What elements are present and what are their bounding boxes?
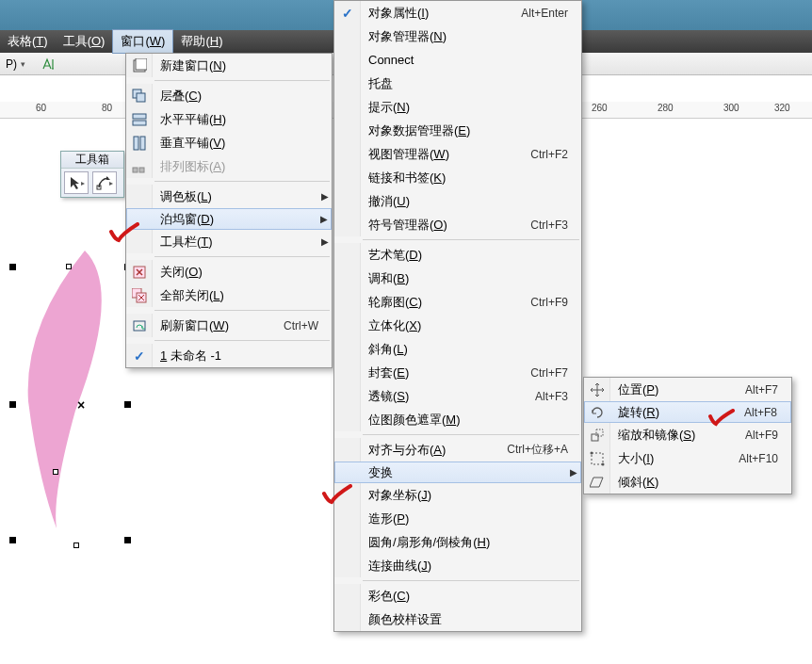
ruler-tick: 80: [102, 103, 112, 113]
selection-handle[interactable]: [124, 401, 131, 408]
pick-tool[interactable]: ▸: [64, 171, 89, 194]
menubar-item[interactable]: 表格(T): [0, 30, 56, 53]
selection-handle[interactable]: [124, 537, 131, 543]
blank-icon: [334, 213, 361, 236]
svg-rect-6: [133, 121, 146, 125]
menu-item[interactable]: 彩色(C): [334, 584, 581, 607]
blank-icon: [334, 507, 361, 530]
menu-item[interactable]: 立体化(X): [334, 314, 581, 337]
selected-shape[interactable]: [19, 251, 122, 533]
selection-handle[interactable]: [9, 537, 16, 543]
menu-item[interactable]: 透镜(S)Alt+F3: [334, 384, 581, 408]
blank-icon: [334, 189, 361, 213]
menu-item[interactable]: 艺术笔(D): [334, 243, 581, 267]
menu-item[interactable]: 全部关闭(L): [126, 283, 332, 307]
menu-item[interactable]: 调和(B): [334, 267, 581, 290]
menu-item[interactable]: 连接曲线(J): [334, 554, 581, 577]
menu-item[interactable]: 变换▶: [334, 462, 581, 483]
menu-item[interactable]: 托盘: [334, 72, 581, 95]
menu-item[interactable]: 层叠(C): [126, 84, 332, 107]
blank-icon: [127, 209, 153, 229]
menu-item[interactable]: 造形(P): [334, 507, 581, 530]
menu-item[interactable]: 对象管理器(N): [334, 24, 581, 48]
menu-item[interactable]: 关闭(O): [126, 260, 332, 283]
svg-rect-2: [136, 58, 147, 70]
menu-item-label: 颜色校样设置: [361, 611, 568, 628]
shape-tool[interactable]: ▸: [92, 171, 117, 194]
menu-item-label: 层叠(C): [153, 88, 318, 105]
menu-item[interactable]: 位置(P)Alt+F7: [584, 378, 791, 401]
blank-icon: [334, 267, 361, 290]
window-menu: 新建窗口(N)层叠(C)水平平铺(H)垂直平铺(V)排列图标(A)调色板(L)▶…: [125, 53, 333, 368]
menu-item-label: 关闭(O): [153, 264, 318, 281]
selection-handle[interactable]: [9, 264, 16, 270]
selection-handle[interactable]: [9, 401, 16, 408]
submenu-arrow-icon: ▶: [567, 467, 580, 478]
rotate-icon: [585, 402, 610, 422]
menu-item[interactable]: 颜色校样设置: [334, 607, 581, 631]
menu-item[interactable]: 提示(N): [334, 95, 581, 119]
dropdown-arrow-icon[interactable]: ▾: [21, 59, 25, 69]
svg-point-18: [590, 451, 593, 454]
menu-item-label: 旋转(R): [610, 404, 744, 421]
menu-item[interactable]: 轮廓图(C)Ctrl+F9: [334, 290, 581, 314]
toolbox-title[interactable]: 工具箱: [61, 152, 123, 169]
menu-item[interactable]: 大小(I)Alt+F10: [584, 446, 791, 470]
blank-icon: [334, 337, 361, 361]
menu-item[interactable]: 位图颜色遮罩(M): [334, 408, 581, 431]
menu-item[interactable]: 缩放和镜像(S)Alt+F9: [584, 423, 791, 446]
menu-item[interactable]: 垂直平铺(V): [126, 131, 332, 154]
menu-item[interactable]: 对象坐标(J): [334, 483, 581, 507]
menu-shortcut: Ctrl+F9: [530, 296, 581, 309]
menu-shortcut: Alt+F8: [744, 406, 790, 419]
selection-handle[interactable]: [73, 543, 79, 548]
menu-item-label: 视图管理器(W): [361, 146, 530, 163]
menu-item[interactable]: 链接和书签(K): [334, 166, 581, 189]
blank-icon: [334, 243, 361, 267]
menu-item[interactable]: 符号管理器(O)Ctrl+F3: [334, 213, 581, 236]
menu-item[interactable]: 视图管理器(W)Ctrl+F2: [334, 142, 581, 166]
menu-item[interactable]: Connect: [334, 48, 581, 72]
menubar-item[interactable]: 窗口(W): [112, 29, 173, 54]
toolbar-dropdown-label[interactable]: P): [6, 57, 17, 71]
toolbar-icon[interactable]: [41, 56, 57, 73]
menu-item[interactable]: 撤消(U): [334, 189, 581, 213]
ruler-tick: 300: [723, 103, 739, 113]
menu-item[interactable]: 封套(E)Ctrl+F7: [334, 361, 581, 384]
selection-handle[interactable]: [66, 264, 72, 269]
menu-item[interactable]: 调色板(L)▶: [126, 185, 332, 208]
blank-icon: [334, 95, 361, 119]
menu-item[interactable]: 新建窗口(N): [126, 54, 332, 77]
blank-icon: [334, 166, 361, 189]
svg-rect-8: [140, 137, 145, 150]
blank-icon: [334, 361, 361, 384]
menu-item[interactable]: 旋转(R)Alt+F8: [584, 401, 791, 423]
toolbox-panel[interactable]: 工具箱 ▸ ▸: [60, 151, 124, 198]
menu-item[interactable]: 工具栏(T)▶: [126, 230, 332, 253]
blank-icon: [334, 142, 361, 166]
menu-item[interactable]: ✓1 未命名 -1: [126, 344, 332, 367]
menu-item[interactable]: 对齐与分布(A)Ctrl+位移+A: [334, 438, 581, 462]
menu-item-label: 新建窗口(N): [153, 57, 318, 74]
menubar-item[interactable]: 帮助(H): [173, 30, 230, 53]
menu-item[interactable]: 斜角(L): [334, 337, 581, 361]
svg-rect-4: [137, 93, 145, 102]
menubar-item[interactable]: 工具(O): [56, 30, 113, 53]
menu-item[interactable]: 刷新窗口(W)Ctrl+W: [126, 314, 332, 337]
closeall-icon: [126, 283, 153, 307]
menu-item[interactable]: 水平平铺(H): [126, 107, 332, 131]
blank-icon: [334, 48, 361, 72]
menu-shortcut: Ctrl+F2: [530, 148, 581, 161]
menu-item[interactable]: 倾斜(K): [584, 470, 791, 494]
menu-item-label: 泊坞窗(D): [153, 211, 317, 228]
menu-item[interactable]: 排列图标(A): [126, 154, 332, 178]
blank-icon: [334, 438, 361, 462]
menu-item[interactable]: 对象数据管理器(E): [334, 119, 581, 142]
selection-handle[interactable]: [53, 469, 58, 475]
menu-item[interactable]: 圆角/扇形角/倒棱角(H): [334, 530, 581, 554]
menu-item-label: 调色板(L): [153, 188, 318, 205]
menu-item[interactable]: 泊坞窗(D)▶: [126, 208, 332, 230]
menu-item-label: 对象管理器(N): [361, 28, 568, 45]
menu-item[interactable]: ✓对象属性(I)Alt+Enter: [334, 1, 581, 24]
menu-shortcut: Alt+F10: [739, 452, 791, 465]
